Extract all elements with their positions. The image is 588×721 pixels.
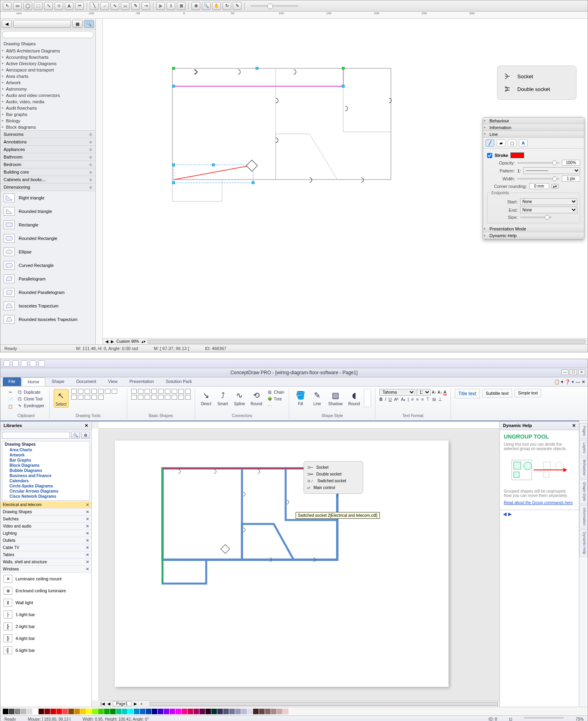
bold-btn[interactable]: B xyxy=(379,397,383,402)
connector-direct[interactable]: ↘Direct xyxy=(199,389,213,407)
category-item[interactable]: Aerospace and transport xyxy=(0,67,95,73)
paste-btn[interactable]: 📋 xyxy=(7,403,14,410)
category-item[interactable]: Astronomy xyxy=(0,86,95,92)
sidebar-close[interactable]: ✕ xyxy=(85,423,88,428)
zoom-slider-2[interactable] xyxy=(524,717,564,719)
color-swatch[interactable] xyxy=(253,709,259,714)
shape-item[interactable]: Right triangle xyxy=(0,191,95,205)
opacity-slider[interactable] xyxy=(517,162,559,164)
color-swatch[interactable] xyxy=(152,709,157,714)
color-swatch[interactable] xyxy=(188,709,193,714)
group-tool[interactable]: ⊞ xyxy=(177,2,186,10)
color-swatch[interactable] xyxy=(229,709,235,714)
tree-item[interactable]: Area Charts xyxy=(2,447,89,452)
tab-document[interactable]: Document xyxy=(71,377,102,386)
zoom-fit[interactable]: ⊡ xyxy=(509,717,512,721)
help-close[interactable]: ✕ xyxy=(572,423,576,428)
qat-save[interactable] xyxy=(4,360,10,367)
style-subtitle[interactable]: Subtitle text xyxy=(482,389,512,398)
color-swatch[interactable] xyxy=(104,709,110,714)
library-tab[interactable]: Dimensioning⊗ xyxy=(0,184,95,191)
color-swatch[interactable] xyxy=(140,709,145,714)
ribbon-close[interactable]: ✕ xyxy=(582,379,585,385)
shape-item[interactable]: ✕Luminaire ceiling mount xyxy=(0,573,91,585)
page-add[interactable]: ＋ xyxy=(139,701,143,707)
libtab[interactable]: Tables✕ xyxy=(0,551,91,559)
color-swatch[interactable] xyxy=(56,709,62,714)
color-swatch[interactable] xyxy=(9,709,14,714)
page-first[interactable]: |◀ xyxy=(101,702,105,706)
category-item[interactable]: AWS Architecture Diagrams xyxy=(0,48,95,54)
eyedrop-tool[interactable]: ✎ xyxy=(233,2,242,10)
align-tool[interactable]: ⫸ xyxy=(156,2,165,10)
distribute-tool[interactable]: ⫴ xyxy=(166,2,175,10)
color-swatch[interactable] xyxy=(235,709,241,714)
color-swatch[interactable] xyxy=(3,709,8,714)
color-swatch[interactable] xyxy=(128,709,133,714)
category-item[interactable]: Active Directory Diagrams xyxy=(0,60,95,67)
polyline-tool[interactable]: ⩙ xyxy=(121,2,130,10)
color-swatch[interactable] xyxy=(182,709,187,714)
category-item[interactable]: Biology xyxy=(0,118,95,124)
help-next[interactable]: ▶ xyxy=(508,511,512,517)
anchor-tool[interactable]: ⊹ xyxy=(54,2,63,10)
clone-btn[interactable]: ⿻Clone Tool xyxy=(16,396,45,402)
sidetab-layers[interactable]: Layers xyxy=(579,440,588,456)
qat-undo[interactable] xyxy=(12,360,19,367)
floorplan-2[interactable] xyxy=(115,441,449,687)
curve-tool[interactable]: ∿ xyxy=(110,2,119,10)
round-btn[interactable]: ◖Round xyxy=(346,389,361,407)
libtab[interactable]: Drawing Shapes✕ xyxy=(0,508,91,516)
line-tool[interactable]: ╲ xyxy=(90,2,99,10)
endpoint-end[interactable]: None xyxy=(520,207,577,213)
floorplan-drawing[interactable] xyxy=(170,66,393,217)
color-swatch[interactable] xyxy=(170,709,175,714)
connector-smart[interactable]: ⤴Smart xyxy=(216,389,230,407)
category-item[interactable]: Audit flowcharts xyxy=(0,105,95,111)
lib-search[interactable] xyxy=(2,432,70,439)
connector2-tool[interactable]: ⇢ xyxy=(141,2,150,10)
color-swatch[interactable] xyxy=(39,709,44,714)
libtab[interactable]: Video and audio✕ xyxy=(0,523,91,530)
color-swatch[interactable] xyxy=(116,709,122,714)
color-swatch[interactable] xyxy=(271,709,277,714)
font-shrink[interactable]: A↓ xyxy=(438,390,443,394)
color-swatch[interactable] xyxy=(86,709,92,714)
freehand-tool[interactable]: ✎ xyxy=(131,2,140,10)
libtab[interactable]: Cable TV✕ xyxy=(0,544,91,551)
style-gallery[interactable] xyxy=(364,389,371,407)
category-item[interactable]: Audio, video, media xyxy=(0,99,95,105)
tree-item[interactable]: Calendars xyxy=(2,478,89,483)
align-mid[interactable]: ⊟ xyxy=(432,397,436,402)
shape-item[interactable]: Curved Rectangle xyxy=(0,259,95,272)
category-item[interactable]: Area charts xyxy=(0,73,95,79)
color-swatch[interactable] xyxy=(44,709,50,714)
qat-redo[interactable] xyxy=(21,360,27,367)
color-swatch[interactable] xyxy=(68,709,74,714)
color-swatch[interactable] xyxy=(92,709,98,714)
style-simple[interactable]: Simple text xyxy=(514,389,541,397)
style-title[interactable]: Title text xyxy=(455,389,480,398)
shape-item[interactable]: ├1-light bar xyxy=(0,609,91,620)
stroke-color[interactable] xyxy=(511,153,524,158)
pan-tool[interactable]: ✋ xyxy=(212,2,221,10)
page[interactable]: ⊃─Socket ⊃═Double socket ⊃⟋Switched sock… xyxy=(115,441,449,687)
color-swatch[interactable] xyxy=(122,709,128,714)
color-swatch[interactable] xyxy=(80,709,86,714)
tree-item[interactable]: Circular Arrows Diagrams xyxy=(2,489,89,494)
shape-item[interactable]: ╟2-light bar xyxy=(0,620,91,632)
color-swatch[interactable] xyxy=(199,709,205,714)
tree-item[interactable]: Cisco Network Diagrams xyxy=(2,494,89,499)
category-item[interactable]: Artwork xyxy=(0,79,95,86)
sidetab-info[interactable]: Information xyxy=(579,505,588,528)
arc-tool[interactable]: ⟋ xyxy=(100,2,109,10)
minimize-btn[interactable]: — xyxy=(561,369,569,375)
color-swatch[interactable] xyxy=(259,709,265,714)
zoom-tool[interactable]: 🔍 xyxy=(202,2,211,10)
connector-tool[interactable]: ⤡ xyxy=(44,2,53,10)
category-item[interactable]: Bar graphs xyxy=(0,111,95,118)
qat-print[interactable] xyxy=(30,360,36,367)
help-link[interactable]: Read about the Group commands here xyxy=(504,501,573,505)
fill-tab[interactable]: ▰ xyxy=(497,139,505,147)
rotate-tool[interactable]: ↻ xyxy=(222,2,231,10)
